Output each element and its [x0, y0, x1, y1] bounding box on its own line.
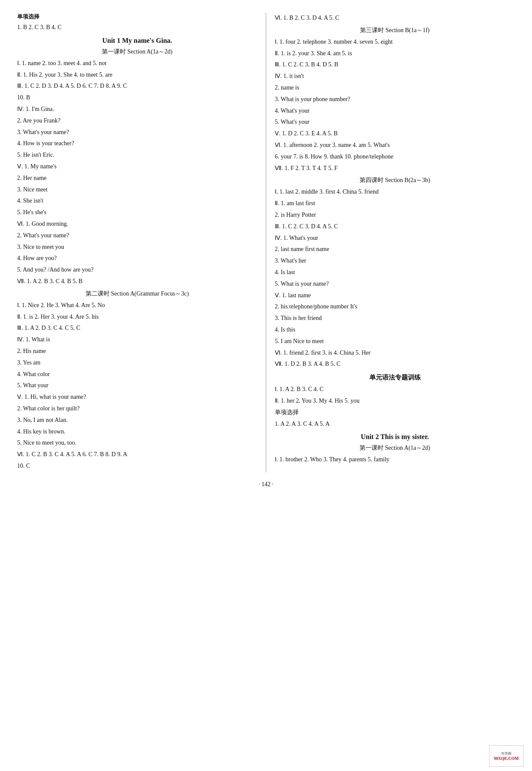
- text-line: 2. last name first name: [275, 244, 515, 254]
- ke3-lines: Ⅰ. 1. four 2. telephone 3. number 4. sev…: [275, 37, 515, 173]
- text-line: Ⅰ. 1. four 2. telephone 3. number 4. sev…: [275, 37, 515, 47]
- text-line: 5. I am Nice to meet: [275, 336, 515, 347]
- text-line: 6. your 7. is 8. How 9. thank 10. phone/…: [275, 152, 515, 162]
- text-line: 1. A 2. A 3. C 4. A 5. A: [275, 419, 515, 429]
- text-line: Ⅴ. 1. last name: [275, 290, 515, 301]
- top-section-label: 单项选择: [17, 13, 257, 21]
- text-line: Ⅲ. 1. C 2. C 3. D 4. A 5. C: [275, 221, 515, 232]
- text-line: 2. His name: [17, 346, 257, 356]
- text-line: Ⅱ. 1. His 2. your 3. She 4. to meet 5. a…: [17, 70, 257, 80]
- text-line: 4. Is last: [275, 267, 515, 278]
- text-line: 4. What color: [17, 369, 257, 380]
- text-line: Ⅲ. 1. C 2. D 3. D 4. A 5. D 6. C 7. D 8.…: [17, 81, 257, 91]
- text-line: Ⅵ. 1. Good morning.: [17, 219, 257, 229]
- text-line: 10. B: [17, 93, 257, 103]
- text-line: Ⅶ. 1. D 2. B 3. A 4. B 5. C: [275, 359, 515, 369]
- text-line: 3. Nice meet: [17, 185, 257, 195]
- ke4-lines: Ⅰ. 1. last 2. middle 3. first 4. China 5…: [275, 187, 515, 369]
- text-line: 3. What's your name?: [17, 127, 257, 137]
- text-line: 5. What your: [17, 380, 257, 391]
- text-line: 5. What is your name?: [275, 279, 515, 289]
- top-section-line1: 1. B 2. C 3. B 4. C: [17, 22, 257, 33]
- text-line: Ⅲ. 1. C 2. C 3. B 4. D 5. B: [275, 60, 515, 70]
- text-line: Ⅵ. 1. friend 2. first 3. is 4. China 5. …: [275, 348, 515, 358]
- text-line: 3. No, I am not Alan.: [17, 415, 257, 425]
- text-line: Ⅳ. 1. it isn't: [275, 71, 515, 81]
- watermark: 营养圈 MXQE.COM: [489, 745, 523, 767]
- ke2-lines: Ⅰ. 1. Nice 2. He 3. What 4. Are 5. NoⅡ. …: [17, 300, 257, 471]
- text-line: Ⅶ. 1. F 2. T 3. T 4. T 5. F: [275, 163, 515, 173]
- text-line: Ⅰ. 1. A 2. B 3. C 4. C: [275, 384, 515, 394]
- text-line: 5. Nice to meet you, too.: [17, 438, 257, 448]
- text-line: 5. And you? /And how are you?: [17, 265, 257, 275]
- text-line: Ⅲ. 1. A 2. D 3. C 4. C 5. C: [17, 323, 257, 333]
- text-line: 5. What's your: [275, 117, 515, 127]
- ke1-title: 第一课时 Section A(1a～2d): [17, 48, 257, 56]
- text-line: 4. Is this: [275, 325, 515, 335]
- text-line: 2. name is: [275, 83, 515, 93]
- unit2-ke1-title: 第一课时 Section A(1a～2d): [275, 444, 515, 452]
- grammar-title: 单元语法专题训练: [275, 374, 515, 382]
- unit2-ke1-lines: Ⅰ. 1. brother 2. Who 3. They 4. parents …: [275, 454, 515, 465]
- grammar-lines: Ⅰ. 1. A 2. B 3. C 4. CⅡ. 1. her 2. You 3…: [275, 384, 515, 429]
- text-line: 5. He isn't Eric.: [17, 150, 257, 160]
- text-line: Ⅰ. 1. last 2. middle 3. first 4. China 5…: [275, 187, 515, 197]
- unit2-title: Unit 2 This is my sister.: [275, 433, 515, 441]
- text-line: Ⅴ. 1. My name's: [17, 161, 257, 172]
- text-line: Ⅵ. 1. C 2. B 3. C 4. A 5. A 6. C 7. B 8.…: [17, 449, 257, 460]
- text-line: 4. What's your: [275, 106, 515, 116]
- text-line: Ⅱ. 1. her 2. You 3. My 4. His 5. you: [275, 396, 515, 406]
- ke3-title: 第三课时 Section B(1a～1f): [275, 27, 515, 34]
- watermark-top-text: 营养圈: [501, 751, 511, 756]
- text-line: 2. What color is her quilt?: [17, 403, 257, 414]
- text-line: 2. Are you Frank?: [17, 116, 257, 126]
- text-line: 3. What is your phone number?: [275, 94, 515, 105]
- text-line: 2. is Harry Potter: [275, 210, 515, 220]
- ke4-title: 第四课时 Section B(2a～3b): [275, 176, 515, 184]
- text-line: 3. Nice to meet you: [17, 242, 257, 252]
- text-line: Ⅳ. 1. What is: [17, 335, 257, 345]
- page-number: · 142 ·: [17, 481, 515, 488]
- unit1-title: Unit 1 My name's Gina.: [17, 37, 257, 45]
- watermark-bottom-text: MXQE.COM: [494, 756, 519, 761]
- text-line: Ⅳ. 1. I'm Gina.: [17, 104, 257, 114]
- text-line: 3. This is her friend: [275, 313, 515, 323]
- text-line: 4. How is your teacher?: [17, 138, 257, 149]
- text-line: 5. He's she's: [17, 207, 257, 218]
- text-line: 3. Yes am: [17, 358, 257, 368]
- text-line: Ⅶ. 1. A 2. B 3. C 4. B 5. B: [17, 276, 257, 287]
- text-line: 4. His key is brown.: [17, 427, 257, 437]
- text-line: Ⅱ. 1. is 2. your 3. She 4. am 5. is: [275, 48, 515, 59]
- text-line: Ⅴ. 1. Hi, what is your name?: [17, 392, 257, 402]
- text-line: Ⅵ. 1. afternoon 2. your 3. name 4. am 5.…: [275, 140, 515, 150]
- right-column: Ⅵ. 1. B 2. C 3. D 4. A 5. C 第三课时 Section…: [266, 13, 515, 472]
- ke1-lines: Ⅰ. 1. name 2. too 3. meet 4. and 5. notⅡ…: [17, 58, 257, 287]
- text-line: 3. What's her: [275, 256, 515, 266]
- left-column: 单项选择 1. B 2. C 3. B 4. C Unit 1 My name'…: [17, 13, 257, 472]
- text-line: 2. What's your name?: [17, 230, 257, 241]
- text-line: Ⅱ. 1. is 2. Her 3. your 4. Are 5. his: [17, 312, 257, 322]
- text-line: 4. She isn't: [17, 196, 257, 206]
- text-line: Ⅰ. 1. name 2. too 3. meet 4. and 5. not: [17, 58, 257, 69]
- text-line: 单项选择: [275, 407, 515, 418]
- text-line: Ⅴ. 1. D 2. C 3. E 4. A 5. B: [275, 128, 515, 139]
- text-line: 2. Her name: [17, 173, 257, 183]
- text-line: Ⅰ. 1. Nice 2. He 3. What 4. Are 5. No: [17, 300, 257, 311]
- text-line: Ⅳ. 1. What's your: [275, 233, 515, 243]
- right-top-line: Ⅵ. 1. B 2. C 3. D 4. A 5. C: [275, 13, 515, 23]
- text-line: Ⅱ. 1. am last first: [275, 198, 515, 209]
- text-line: Ⅰ. 1. brother 2. Who 3. They 4. parents …: [275, 454, 515, 465]
- text-line: 10. C: [17, 461, 257, 471]
- text-line: 4. How are you?: [17, 253, 257, 263]
- text-line: 2. his telephone/phone number It's: [275, 302, 515, 312]
- ke2-title: 第二课时 Section A(Grammar Focus～3c): [17, 290, 257, 298]
